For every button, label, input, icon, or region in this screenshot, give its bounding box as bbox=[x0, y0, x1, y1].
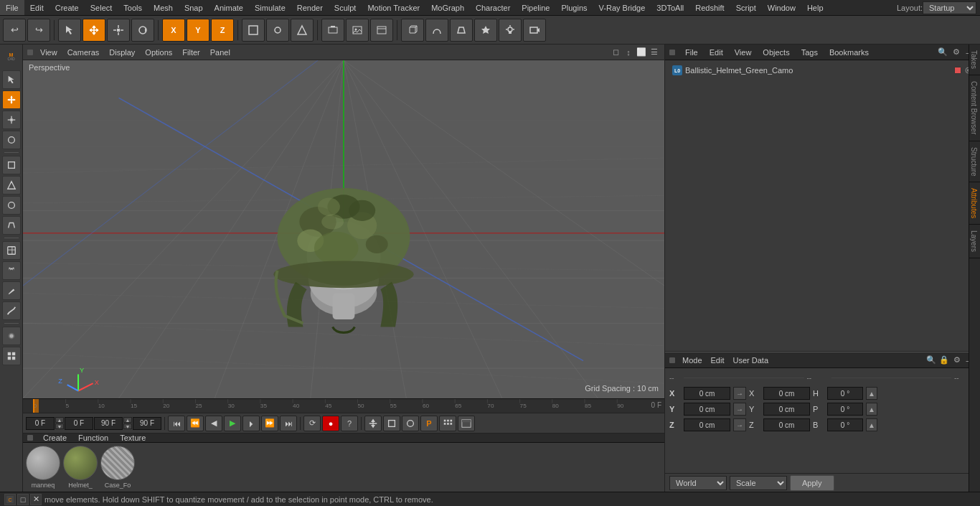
obj-edit-menu[interactable]: Edit bbox=[707, 48, 726, 57]
rotate-button[interactable] bbox=[131, 19, 154, 42]
vtab-structure[interactable]: Structure bbox=[969, 141, 980, 183]
object-row-helmet[interactable]: L0 Ballistic_Helmet_Green_Camo bbox=[669, 63, 976, 78]
sidebar-move[interactable] bbox=[2, 90, 21, 109]
x-position-field[interactable] bbox=[684, 387, 730, 400]
play-btn[interactable]: ▶ bbox=[224, 416, 241, 431]
sidebar-texture[interactable] bbox=[2, 241, 21, 260]
y-axis-button[interactable]: Y bbox=[187, 19, 209, 42]
obj-search-icon[interactable]: 🔍 bbox=[937, 47, 948, 58]
menu-snap[interactable]: Snap bbox=[179, 0, 209, 15]
attrs-mode-menu[interactable]: Mode bbox=[679, 356, 705, 365]
p-transfer-btn[interactable]: ▲ bbox=[866, 403, 877, 416]
coord-system-select[interactable]: World Object Local bbox=[669, 476, 727, 490]
menu-create[interactable]: Create bbox=[50, 0, 85, 15]
attrs-user-data-menu[interactable]: User Data bbox=[730, 356, 772, 365]
menu-mesh[interactable]: Mesh bbox=[148, 0, 179, 15]
z-size-field[interactable] bbox=[763, 418, 810, 431]
mat-function-menu[interactable]: Function bbox=[75, 434, 111, 442]
menu-edit[interactable]: Edit bbox=[24, 0, 50, 15]
status-minimize-icon[interactable]: □ bbox=[17, 494, 29, 505]
move-button[interactable] bbox=[83, 19, 105, 42]
attrs-edit-menu[interactable]: Edit bbox=[708, 356, 727, 365]
x-size-field[interactable] bbox=[763, 387, 810, 400]
apply-button[interactable]: Apply bbox=[790, 475, 834, 491]
material-helmet[interactable]: Helmet_ bbox=[63, 446, 98, 489]
play-reverse-btn[interactable]: ◀ bbox=[205, 416, 222, 431]
camera-button[interactable] bbox=[523, 19, 546, 42]
menu-character[interactable]: Character bbox=[470, 0, 516, 15]
sidebar-vertex-mode[interactable] bbox=[2, 176, 21, 195]
deformer-button[interactable] bbox=[450, 19, 473, 42]
record-btn[interactable]: ● bbox=[322, 416, 339, 431]
p-rot-field[interactable] bbox=[827, 403, 863, 416]
attrs-search-icon[interactable]: 🔍 bbox=[925, 355, 937, 366]
sidebar-spline-mode[interactable] bbox=[2, 216, 21, 235]
menu-render[interactable]: Render bbox=[291, 0, 329, 15]
frame-down-btn[interactable]: ▼ bbox=[55, 423, 64, 429]
undo-button[interactable]: ↩ bbox=[3, 19, 26, 42]
menu-pipeline[interactable]: Pipeline bbox=[516, 0, 555, 15]
menu-motion-tracker[interactable]: Motion Tracker bbox=[362, 0, 425, 15]
scale-button[interactable] bbox=[107, 19, 130, 42]
menu-window[interactable]: Window bbox=[762, 0, 801, 15]
viewport-menu-display[interactable]: Display bbox=[105, 44, 139, 60]
viewport-menu-view[interactable]: View bbox=[36, 44, 62, 60]
render-picture-button[interactable] bbox=[346, 19, 369, 42]
frame-up-btn[interactable]: ▲ bbox=[55, 417, 64, 423]
redo-button[interactable]: ↪ bbox=[27, 19, 50, 42]
viewport-lock-icon[interactable]: ⬜ bbox=[636, 47, 647, 58]
menu-tools[interactable]: Tools bbox=[118, 0, 148, 15]
scale-type-select[interactable]: Scale Size bbox=[730, 476, 787, 490]
end-frame-up-btn[interactable]: ▲ bbox=[123, 417, 132, 423]
viewport-menu-options[interactable]: Options bbox=[141, 44, 176, 60]
z-transfer-btn[interactable]: → bbox=[733, 418, 746, 431]
menu-3dtoall[interactable]: 3DToAll bbox=[651, 0, 689, 15]
menu-simulate[interactable]: Simulate bbox=[249, 0, 291, 15]
sidebar-paint[interactable] bbox=[2, 281, 21, 300]
h-rot-field[interactable] bbox=[827, 387, 863, 400]
sidebar-polygon-mode[interactable] bbox=[2, 156, 21, 174]
render-region-button[interactable] bbox=[321, 19, 344, 42]
cube-button[interactable] bbox=[401, 19, 424, 42]
y-size-field[interactable] bbox=[763, 403, 810, 416]
model-mode-button[interactable] bbox=[242, 19, 265, 42]
end-frame-field[interactable] bbox=[94, 417, 123, 430]
y-position-field[interactable] bbox=[684, 403, 730, 416]
menu-help[interactable]: Help bbox=[801, 0, 829, 15]
b-rot-field[interactable] bbox=[827, 418, 863, 431]
viewport-menu-icon[interactable]: ☰ bbox=[649, 47, 660, 58]
vertex-mode-button[interactable] bbox=[266, 19, 289, 42]
p-btn[interactable]: P bbox=[420, 416, 438, 431]
next-frame-btn[interactable]: ⏵ bbox=[242, 416, 260, 431]
obj-tags-menu[interactable]: Tags bbox=[798, 48, 821, 57]
current-frame-field[interactable] bbox=[26, 417, 55, 430]
sidebar-rotate[interactable] bbox=[2, 131, 21, 149]
menu-script[interactable]: Script bbox=[730, 0, 762, 15]
menu-select[interactable]: Select bbox=[85, 0, 118, 15]
fast-forward-btn[interactable]: ⏩ bbox=[261, 416, 278, 431]
nurbs-button[interactable] bbox=[425, 19, 448, 42]
sidebar-magnet[interactable] bbox=[2, 261, 21, 280]
mat-create-menu[interactable]: Create bbox=[40, 434, 70, 442]
move-key-btn[interactable] bbox=[364, 416, 382, 431]
z-axis-button[interactable]: Z bbox=[211, 19, 234, 42]
loop-btn[interactable]: ⟳ bbox=[303, 416, 321, 431]
menu-animate[interactable]: Animate bbox=[209, 0, 249, 15]
live-select-button[interactable] bbox=[58, 19, 81, 42]
timeline-ruler[interactable]: 0 5 10 15 20 25 30 35 40 45 50 55 60 65 bbox=[23, 398, 664, 413]
z-position-field[interactable] bbox=[684, 418, 730, 431]
render-settings-button[interactable] bbox=[370, 19, 393, 42]
obj-view-menu[interactable]: View bbox=[732, 48, 755, 57]
x-transfer-btn[interactable]: → bbox=[733, 387, 746, 400]
start-frame-field[interactable] bbox=[65, 417, 93, 430]
viewport-canvas[interactable]: X Y Z bbox=[23, 60, 664, 398]
menu-vray[interactable]: V-Ray Bridge bbox=[593, 0, 651, 15]
status-close-icon[interactable]: ✕ bbox=[30, 494, 42, 505]
vtab-takes[interactable]: Takes bbox=[969, 44, 980, 75]
menu-mograph[interactable]: MoGraph bbox=[425, 0, 470, 15]
sidebar-edge-mode[interactable] bbox=[2, 196, 21, 215]
vtab-attributes[interactable]: Attributes bbox=[969, 182, 980, 225]
sidebar-smooth[interactable] bbox=[2, 301, 21, 320]
sidebar-scale[interactable] bbox=[2, 111, 21, 129]
material-mannequin[interactable]: manneq bbox=[26, 446, 60, 489]
